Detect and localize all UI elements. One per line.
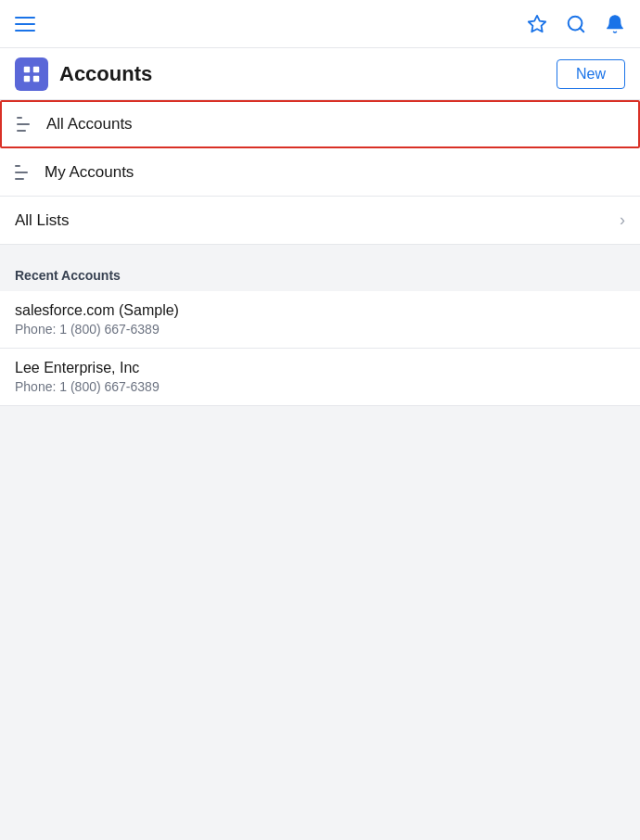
header-left: Accounts bbox=[15, 57, 152, 91]
svg-rect-3 bbox=[24, 66, 30, 71]
all-accounts-label: All Accounts bbox=[46, 115, 133, 134]
hamburger-menu-icon[interactable] bbox=[15, 17, 35, 32]
list-view-icon-2 bbox=[15, 165, 33, 180]
recent-account-name-1: salesforce.com (Sample) bbox=[15, 302, 625, 319]
star-icon[interactable] bbox=[527, 14, 547, 34]
list-section: All Accounts My Accounts All Lists › bbox=[0, 100, 640, 245]
svg-marker-0 bbox=[529, 15, 545, 31]
all-lists-row[interactable]: All Lists › bbox=[0, 197, 640, 245]
my-accounts-label: My Accounts bbox=[45, 163, 134, 182]
search-icon[interactable] bbox=[566, 14, 586, 34]
accounts-app-icon bbox=[15, 57, 48, 91]
recent-accounts-title: Recent Accounts bbox=[15, 268, 121, 283]
recent-account-phone-1: Phone: 1 (800) 667-6389 bbox=[15, 322, 625, 337]
svg-line-2 bbox=[580, 28, 583, 32]
all-lists-label: All Lists bbox=[15, 211, 70, 230]
recent-account-item-1[interactable]: salesforce.com (Sample) Phone: 1 (800) 6… bbox=[0, 291, 640, 349]
my-accounts-item[interactable]: My Accounts bbox=[0, 148, 640, 197]
new-button[interactable]: New bbox=[557, 59, 625, 89]
top-navigation-bar bbox=[0, 0, 640, 48]
svg-rect-4 bbox=[33, 66, 39, 71]
recent-account-phone-2: Phone: 1 (800) 667-6389 bbox=[15, 379, 625, 394]
nav-right-section bbox=[527, 14, 625, 34]
section-divider bbox=[0, 245, 640, 252]
recent-accounts-section: Recent Accounts salesforce.com (Sample) … bbox=[0, 252, 640, 406]
svg-rect-6 bbox=[33, 75, 39, 81]
recent-accounts-header: Recent Accounts bbox=[0, 252, 640, 291]
svg-rect-5 bbox=[24, 75, 30, 81]
page-title: Accounts bbox=[59, 62, 152, 86]
empty-content-area bbox=[0, 406, 640, 840]
bell-icon[interactable] bbox=[605, 14, 625, 34]
chevron-right-icon: › bbox=[620, 210, 625, 230]
header-bar: Accounts New bbox=[0, 48, 640, 100]
nav-left-section bbox=[15, 17, 35, 32]
recent-account-item-2[interactable]: Lee Enterprise, Inc Phone: 1 (800) 667-6… bbox=[0, 349, 640, 406]
list-view-icon bbox=[17, 117, 35, 132]
recent-account-name-2: Lee Enterprise, Inc bbox=[15, 360, 625, 376]
all-accounts-item[interactable]: All Accounts bbox=[0, 100, 640, 148]
